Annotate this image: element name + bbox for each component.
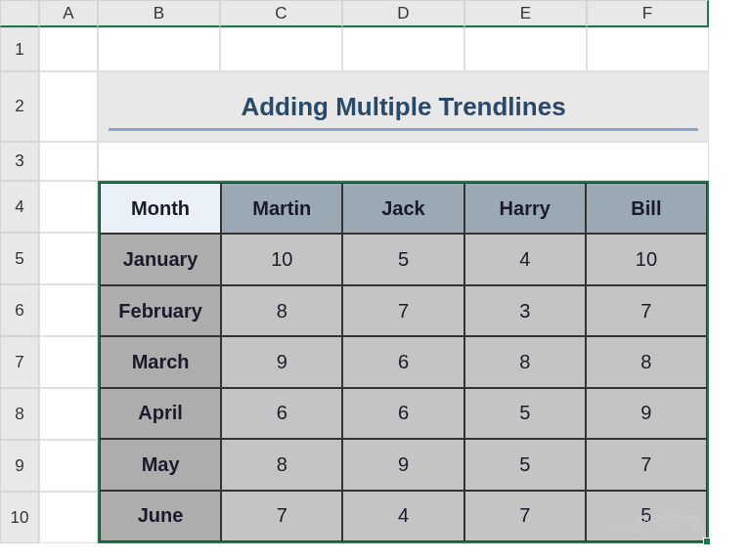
row-header-7[interactable]: 7 <box>0 336 39 388</box>
row-header-3[interactable]: 3 <box>0 142 39 181</box>
cell-A1[interactable] <box>39 27 98 71</box>
col-header-B[interactable]: B <box>98 0 220 27</box>
row-header-9[interactable]: 9 <box>0 440 39 492</box>
cell-C1[interactable] <box>220 27 342 71</box>
watermark-tag: EXCEL · DATA · BI <box>611 525 701 536</box>
col-header-D[interactable]: D <box>342 0 464 27</box>
table-cell[interactable]: 7 <box>464 491 586 541</box>
table-header-harry[interactable]: Harry <box>464 183 586 234</box>
title-underline <box>109 128 698 131</box>
data-table-selection[interactable]: Month Martin Jack Harry Bill January 10 … <box>98 181 709 543</box>
cell-A6[interactable] <box>39 284 98 336</box>
table-cell[interactable]: 5 <box>464 439 586 490</box>
table-cell[interactable]: 10 <box>586 234 707 284</box>
cell-D1[interactable] <box>342 27 464 71</box>
table-cell[interactable]: 8 <box>221 285 342 336</box>
row-header-6[interactable]: 6 <box>0 284 39 336</box>
watermark: exceldemy EXCEL · DATA · BI <box>611 510 701 536</box>
table-cell[interactable]: 4 <box>342 491 463 541</box>
table-header-bill[interactable]: Bill <box>586 183 707 234</box>
table-month-apr[interactable]: April <box>100 388 221 439</box>
cell-A7[interactable] <box>39 336 98 388</box>
table-corner[interactable]: Month <box>100 183 221 234</box>
table-cell[interactable]: 8 <box>464 336 586 387</box>
table-cell[interactable]: 3 <box>464 285 586 336</box>
spreadsheet-grid: A B C D E F 1 2 Adding Multiple Trendlin… <box>0 0 750 543</box>
table-month-jun[interactable]: June <box>100 491 221 541</box>
select-all-corner[interactable] <box>0 0 39 27</box>
table-cell[interactable]: 8 <box>586 336 707 387</box>
table-cell[interactable]: 6 <box>221 388 342 439</box>
table-cell[interactable]: 4 <box>464 234 586 284</box>
table-cell[interactable]: 6 <box>342 336 463 387</box>
row-header-1[interactable]: 1 <box>0 27 39 71</box>
table-cell[interactable]: 7 <box>221 491 342 541</box>
col-header-F[interactable]: F <box>587 0 709 27</box>
cell-F1[interactable] <box>587 27 709 71</box>
row-header-10[interactable]: 10 <box>0 492 39 543</box>
table-cell[interactable]: 5 <box>342 234 463 284</box>
table-cell[interactable]: 7 <box>586 439 707 490</box>
cell-A3[interactable] <box>39 142 98 181</box>
row-header-4[interactable]: 4 <box>0 181 39 233</box>
cell-A4[interactable] <box>39 181 98 233</box>
col-header-A[interactable]: A <box>39 0 98 27</box>
cell-A10[interactable] <box>39 492 98 543</box>
table-month-feb[interactable]: February <box>100 285 221 336</box>
watermark-brand: exceldemy <box>611 510 701 526</box>
title-text: Adding Multiple Trendlines <box>241 92 565 122</box>
table-cell[interactable]: 5 <box>464 388 586 439</box>
table-cell[interactable]: 7 <box>342 285 463 336</box>
table-month-jan[interactable]: January <box>100 234 221 284</box>
table-header-martin[interactable]: Martin <box>221 183 342 234</box>
cell-B3-F3[interactable] <box>98 142 709 181</box>
table-cell[interactable]: 9 <box>586 388 707 439</box>
table-cell[interactable]: 6 <box>342 388 463 439</box>
table-month-mar[interactable]: March <box>100 336 221 387</box>
table-cell[interactable]: 7 <box>586 285 707 336</box>
selection-fill-handle[interactable] <box>703 538 711 545</box>
row-header-5[interactable]: 5 <box>0 233 39 284</box>
col-header-E[interactable]: E <box>464 0 587 27</box>
table-cell[interactable]: 9 <box>221 336 342 387</box>
cell-A5[interactable] <box>39 233 98 284</box>
cell-A9[interactable] <box>39 440 98 492</box>
title-merged-cell[interactable]: Adding Multiple Trendlines <box>98 71 709 142</box>
cell-B1[interactable] <box>98 27 220 71</box>
row-header-8[interactable]: 8 <box>0 388 39 440</box>
table-cell[interactable]: 9 <box>342 439 463 490</box>
cell-A8[interactable] <box>39 388 98 440</box>
table-cell[interactable]: 8 <box>221 439 342 490</box>
table-month-may[interactable]: May <box>100 439 221 490</box>
table-header-jack[interactable]: Jack <box>342 183 463 234</box>
col-header-C[interactable]: C <box>220 0 342 27</box>
row-header-2[interactable]: 2 <box>0 71 39 142</box>
table-cell[interactable]: 10 <box>221 234 342 284</box>
cell-A2[interactable] <box>39 71 98 142</box>
cell-E1[interactable] <box>464 27 587 71</box>
